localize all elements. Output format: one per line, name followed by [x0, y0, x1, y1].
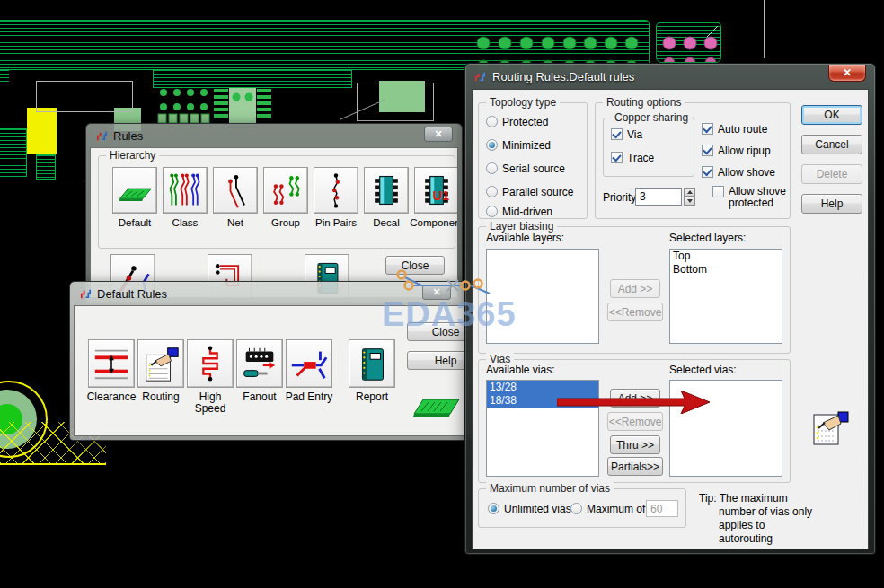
- radio-unlimited-vias[interactable]: Unlimited vias: [488, 503, 571, 515]
- routing-options-group: Routing options Copper sharing Via Trace…: [595, 102, 791, 219]
- cancel-button[interactable]: Cancel: [801, 135, 862, 154]
- hierarchy-item-component: U1 Component: [413, 167, 458, 228]
- board-outline-line: [764, 0, 765, 58]
- annotation-arrow-icon: [557, 391, 712, 414]
- checkbox-auto-route[interactable]: Auto route: [702, 123, 767, 136]
- layers-remove-button: <<Remove: [607, 303, 663, 321]
- checkbox-allow-ripup[interactable]: Allow ripup: [702, 145, 771, 157]
- copper-sharing-group: Copper sharing Via Trace: [603, 118, 694, 177]
- radio-serial-source[interactable]: Serial source: [486, 162, 565, 175]
- clearance-icon: [91, 343, 132, 384]
- watermark-text: EDA365: [382, 297, 526, 331]
- radio-parallel-source[interactable]: Parallel source: [486, 186, 573, 198]
- vias-remove-button: <<Remove: [607, 412, 663, 431]
- copper-pour-edge: [0, 70, 9, 83]
- hierarchy-item-decal: Decal: [363, 167, 410, 228]
- checkbox-via[interactable]: Via: [611, 128, 642, 141]
- routing-button[interactable]: [137, 339, 184, 388]
- routing-rules-dialog: Routing Rules:Default rules ✕ Topology t…: [464, 63, 876, 555]
- routing-rules-body: Topology type Protected Minimized Serial…: [472, 89, 869, 549]
- ok-button[interactable]: OK: [801, 105, 862, 125]
- radio-icon: [486, 162, 498, 174]
- available-layers-label: Available layers:: [486, 232, 564, 244]
- copper-pour-left-a: [0, 128, 27, 177]
- board-outline-line: [0, 180, 84, 180]
- hierarchy-item-label: Decal: [373, 217, 399, 228]
- max-vias-group: Maximum number of vias Unlimited vias Ma…: [478, 488, 686, 528]
- priority-stepper[interactable]: [684, 188, 695, 206]
- selected-layers-label: Selected layers:: [669, 232, 746, 244]
- component-icon: U1: [417, 171, 456, 210]
- report-book-icon: [351, 343, 393, 384]
- hierarchy-item-label: Pin Pairs: [315, 217, 357, 228]
- checkbox-icon: [702, 145, 713, 156]
- board-outline: [36, 81, 133, 112]
- radio-maximum-of[interactable]: Maximum of:: [570, 503, 649, 515]
- rule-button-label: Pad Entry: [282, 391, 336, 403]
- pin-pairs-rules-button[interactable]: [314, 167, 358, 214]
- help-button[interactable]: Help: [801, 194, 862, 214]
- high-speed-icon: [190, 343, 231, 384]
- hierarchy-item-pinpairs: Pin Pairs: [313, 167, 359, 228]
- vias-group: Vias Available vias: 13/28 18/38 Add >> …: [478, 359, 791, 483]
- svg-text:U1: U1: [432, 189, 449, 203]
- radio-mid-driven[interactable]: Mid-driven: [486, 206, 552, 218]
- topology-type-group: Topology type Protected Minimized Serial…: [478, 102, 588, 219]
- list-item[interactable]: Top: [670, 250, 782, 263]
- stepper-up-icon[interactable]: [684, 188, 695, 197]
- pcb-board-icon: [115, 171, 155, 210]
- rules-dialog-title: Rules: [113, 129, 143, 143]
- hierarchy-item-net: Net: [212, 167, 259, 228]
- class-rules-button[interactable]: [163, 167, 208, 214]
- hierarchy-item-class: Class: [162, 167, 208, 228]
- vias-thru-button[interactable]: Thru >>: [610, 435, 660, 454]
- list-item[interactable]: Bottom: [670, 263, 782, 276]
- pad-entry-button[interactable]: [286, 339, 332, 388]
- component-rules-button[interactable]: U1: [414, 167, 458, 214]
- delete-button: Delete: [801, 164, 862, 184]
- close-icon[interactable]: ✕: [424, 127, 453, 142]
- selected-layers-listbox[interactable]: Top Bottom: [669, 249, 782, 344]
- hierarchy-item-label: Default: [119, 217, 151, 228]
- decal-icon: [367, 171, 406, 210]
- fanout-icon: [239, 343, 280, 384]
- radio-protected[interactable]: Protected: [486, 116, 548, 128]
- report-button[interactable]: [349, 339, 395, 388]
- rules-dialog-titlebar[interactable]: Rules ✕: [90, 124, 458, 147]
- app-icon: [95, 129, 109, 143]
- close-icon[interactable]: ✕: [828, 65, 866, 82]
- default-rules-button[interactable]: [112, 167, 157, 214]
- group-icon: [266, 171, 305, 210]
- priority-input[interactable]: 3: [635, 188, 682, 206]
- decal-rules-button[interactable]: [364, 167, 409, 214]
- routing-notebook-icon: [140, 343, 181, 384]
- fanout-button[interactable]: [236, 339, 283, 388]
- highlight-pad-yellow: [27, 108, 57, 154]
- group-rules-button[interactable]: [263, 167, 308, 214]
- net-icon: [216, 171, 255, 210]
- max-vias-label: Maximum number of vias: [486, 482, 614, 495]
- copper-pour-block-pink: [656, 22, 721, 63]
- checkbox-icon: [712, 186, 724, 197]
- priority-label: Priority:: [603, 191, 640, 204]
- checkbox-icon: [611, 128, 623, 140]
- hierarchy-item-label: Group: [271, 217, 300, 228]
- routing-rules-titlebar[interactable]: Routing Rules:Default rules: [472, 64, 869, 89]
- checkbox-allow-shove[interactable]: Allow shove: [702, 166, 775, 179]
- app-icon: [473, 70, 487, 83]
- checkbox-allow-shove-protected[interactable]: Allow shove protected: [712, 186, 788, 209]
- net-rules-button[interactable]: [213, 167, 258, 214]
- radio-icon: [486, 139, 498, 151]
- checkbox-icon: [611, 152, 623, 163]
- radio-minimized[interactable]: Minimized: [486, 139, 551, 152]
- pcb-board-icon: [411, 394, 463, 419]
- stepper-down-icon[interactable]: [684, 197, 695, 206]
- pad-entry-icon: [288, 343, 330, 384]
- vias-partials-button[interactable]: Partials>>: [607, 457, 663, 476]
- hierarchy-item-default: Default: [111, 167, 158, 228]
- clearance-button[interactable]: [88, 339, 135, 388]
- checkbox-trace[interactable]: Trace: [611, 152, 654, 164]
- high-speed-button[interactable]: [187, 339, 234, 388]
- checkbox-icon: [702, 166, 713, 178]
- board-outline: [357, 83, 434, 121]
